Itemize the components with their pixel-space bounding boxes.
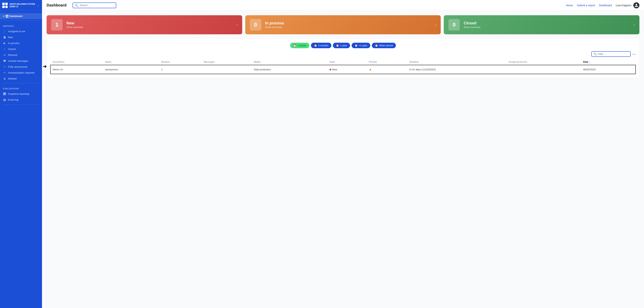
sidebar-item-label: Graphical reporting bbox=[8, 92, 29, 95]
app-org: Demo LK bbox=[10, 5, 35, 8]
cell-state: New bbox=[327, 65, 366, 74]
nav-submit-report[interactable]: Submit a report bbox=[577, 4, 595, 7]
clock-icon: ⏰ bbox=[293, 44, 296, 47]
event-log-icon: 📅 bbox=[3, 98, 6, 101]
nav-dashboard[interactable]: Dashboard bbox=[599, 4, 612, 7]
in-process-info: In process Show overview bbox=[265, 21, 431, 29]
sidebar-item-label: Refused bbox=[8, 54, 17, 56]
closed-sublabel: Show overview bbox=[464, 26, 630, 29]
new-icon: 📋 bbox=[3, 36, 6, 39]
period-label: Other period bbox=[379, 44, 393, 47]
data-table: Subsidiary Name Number Messages Matter S… bbox=[50, 59, 636, 74]
filter-input-container[interactable]: 🔍 bbox=[591, 51, 631, 57]
col-subsidiary: Subsidiary bbox=[50, 59, 103, 65]
period-other[interactable]: ⏰ Other period bbox=[372, 43, 396, 48]
closed-label: Closed bbox=[464, 21, 630, 25]
cell-number: 1 bbox=[159, 65, 202, 74]
col-assigned: Assigned person bbox=[506, 59, 581, 65]
sidebar-item-anon-requests[interactable]: ✂ Anonymization requests bbox=[0, 70, 42, 76]
cell-messages bbox=[202, 65, 252, 74]
col-deadline: Deadline bbox=[407, 59, 506, 65]
sidebar-item-label: Unread messages bbox=[8, 59, 28, 62]
period-label: 1 year bbox=[340, 44, 347, 47]
sidebar-divider-1 bbox=[3, 20, 39, 21]
graphical-icon: 📊 bbox=[3, 92, 6, 95]
clock-icon: ⏰ bbox=[375, 44, 378, 47]
sidebar-item-closed[interactable]: ✓ Closed bbox=[0, 46, 42, 52]
sidebar-item-dashboard[interactable]: Dashboard bbox=[0, 13, 42, 19]
in-process-label: In process bbox=[265, 21, 431, 25]
status-card-new[interactable]: 1 New Show overview › bbox=[46, 15, 242, 34]
more-options-button[interactable]: ⋯ bbox=[632, 52, 636, 56]
search-icon: 🔍 bbox=[75, 4, 78, 7]
cell-priority: ▲ bbox=[366, 65, 407, 74]
logo-icon bbox=[2, 3, 8, 8]
col-state: State bbox=[327, 59, 366, 65]
sidebar-item-new[interactable]: 📋 New bbox=[0, 34, 42, 40]
sidebar-logo: WHISTLEBLOWER SYSTEM Demo LK bbox=[2, 3, 35, 8]
sidebar-item-event-log[interactable]: 📅 Event log bbox=[0, 97, 42, 103]
sidebar-dashboard-label: Dashboard bbox=[10, 15, 22, 17]
col-name: Name bbox=[103, 59, 159, 65]
clock-icon: ⏰ bbox=[314, 44, 317, 47]
sidebar-nav: Dashboard Reports 👤 Assigned to me 📋 New… bbox=[0, 11, 42, 308]
row-arrow-indicator: ➜ bbox=[43, 64, 46, 69]
search-box[interactable]: 🔍 bbox=[72, 2, 116, 8]
evaluations-section-label: Evaluations bbox=[0, 85, 42, 91]
sidebar-item-graphical[interactable]: 📊 Graphical reporting bbox=[0, 91, 42, 97]
col-date[interactable]: Date ↓ bbox=[581, 59, 636, 65]
in-process-sublabel: Show overview bbox=[265, 26, 431, 29]
status-card-in-process[interactable]: 0 In process Show overview › bbox=[245, 15, 441, 34]
new-arrow-icon: › bbox=[236, 23, 238, 27]
nav-home[interactable]: Home bbox=[566, 4, 573, 7]
topnav: Dashboard 🔍 Home Submit a report Dashboa… bbox=[42, 0, 644, 11]
search-input[interactable] bbox=[80, 4, 114, 7]
user-avatar bbox=[633, 2, 640, 8]
topnav-links: Home Submit a report Dashboard Lisa Küpp… bbox=[566, 2, 640, 8]
in-process-arrow-icon: › bbox=[435, 23, 436, 27]
user-menu[interactable]: Lisa Küppers bbox=[616, 2, 640, 8]
period-filters: ⏰ 1 month ⏰ 3 months ⏰ 1 year ⏰ >1 year … bbox=[50, 43, 636, 48]
in-process-count: 0 bbox=[250, 19, 261, 30]
col-priority: Priority bbox=[366, 59, 407, 65]
clock-icon: ⏰ bbox=[336, 44, 339, 47]
table-wrapper: ➜ Subsidiary Name Number Messages Matter… bbox=[50, 59, 636, 74]
unread-icon: 💬 bbox=[3, 59, 6, 62]
sidebar-item-in-process[interactable]: ▶ In process bbox=[0, 40, 42, 46]
dashboard-content: 1 New Show overview › 0 In process Show … bbox=[42, 11, 644, 308]
period-1month[interactable]: ⏰ 1 month bbox=[290, 43, 310, 48]
user-name: Lisa Küppers bbox=[616, 4, 632, 7]
col-number: Number bbox=[159, 59, 202, 65]
sidebar: WHISTLEBLOWER SYSTEM Demo LK ‹ Dashboard… bbox=[0, 0, 42, 308]
sidebar-item-unread[interactable]: 💬 Unread messages bbox=[0, 58, 42, 64]
period-gt1year[interactable]: ⏰ >1 year bbox=[352, 43, 370, 48]
new-sublabel: Show overview bbox=[66, 26, 233, 29]
period-1year[interactable]: ⏰ 1 year bbox=[333, 43, 350, 48]
filter-input[interactable] bbox=[598, 53, 628, 55]
period-label: >1 year bbox=[359, 44, 367, 47]
status-card-closed[interactable]: 0 Closed Show overview › bbox=[444, 15, 640, 34]
page-title: Dashboard bbox=[46, 3, 66, 7]
sidebar-item-label: Closed bbox=[8, 48, 16, 50]
closed-count: 0 bbox=[448, 19, 460, 30]
period-label: 3 months bbox=[318, 44, 328, 47]
cell-assigned bbox=[506, 65, 581, 74]
new-info: New Show overview bbox=[66, 21, 233, 29]
sidebar-item-deleted[interactable]: 🗑 Deleted bbox=[0, 76, 42, 82]
period-3months[interactable]: ⏰ 3 months bbox=[311, 43, 331, 48]
dashboard-grid-icon bbox=[6, 15, 8, 17]
status-cards: 1 New Show overview › 0 In process Show … bbox=[46, 15, 640, 34]
filter-bar: 🔍 ⋯ bbox=[50, 51, 636, 57]
table-row[interactable]: Demo LK anonymous 1 Data protection... N… bbox=[50, 65, 636, 74]
sidebar-collapse-button[interactable]: ‹ bbox=[36, 3, 40, 7]
cell-matter: Data protection... bbox=[252, 65, 327, 74]
priority-icon: ▲ bbox=[369, 68, 372, 71]
sidebar-item-assigned[interactable]: 👤 Assigned to me bbox=[0, 28, 42, 34]
sidebar-item-anonymized[interactable]: ✂ Fully anonymized bbox=[0, 64, 42, 70]
sidebar-item-label: Assigned to me bbox=[8, 30, 25, 33]
green-dot bbox=[3, 15, 4, 17]
app-name: WHISTLEBLOWER SYSTEM bbox=[10, 3, 35, 5]
sidebar-item-refused[interactable]: ⊘ Refused bbox=[0, 52, 42, 58]
new-count: 1 bbox=[51, 19, 62, 30]
new-label: New bbox=[66, 21, 233, 25]
